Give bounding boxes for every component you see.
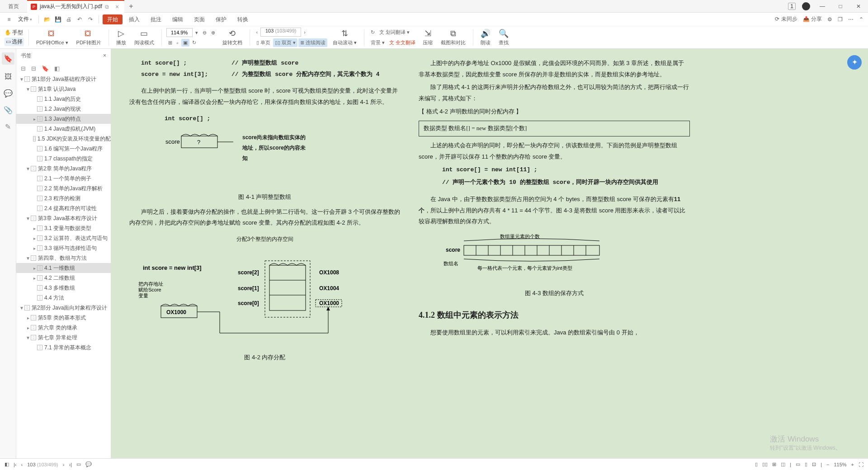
bookmark-item[interactable]: ▼▯第3章 Java基本程序设计: [16, 213, 111, 223]
sb-fit3-icon[interactable]: ⊡: [812, 461, 816, 467]
sb-last-page-icon[interactable]: ›|: [69, 462, 72, 467]
comment-panel-icon[interactable]: 💬: [4, 89, 13, 98]
read-mode[interactable]: ▭阅读模式: [132, 28, 157, 46]
zoom-out-icon[interactable]: ⊖: [201, 29, 208, 37]
document-viewport[interactable]: ✦ int score[] ;// 声明整型数组 score score = n…: [111, 49, 868, 458]
bookmark-item[interactable]: ▯2.4 提高程序的可读性: [16, 203, 111, 213]
share-button[interactable]: 📤 分享: [803, 15, 822, 23]
sb-fullscreen-icon[interactable]: ⛶: [859, 462, 863, 467]
bookmark-item[interactable]: ▯1.7 classpath的指定: [16, 154, 111, 164]
sync-status[interactable]: ⟳ 未同步: [775, 15, 797, 23]
actual-size-icon[interactable]: ▣: [181, 39, 189, 47]
tab-home[interactable]: 首页: [0, 0, 27, 13]
tab-edit[interactable]: 编辑: [168, 13, 188, 26]
attachment-panel-icon[interactable]: 📎: [4, 106, 13, 114]
fit-width-icon[interactable]: ⊞: [166, 39, 174, 47]
refresh-icon[interactable]: ↻: [369, 28, 377, 36]
bookmark-item[interactable]: ▯1.4 Java虚拟机(JVM): [16, 124, 111, 134]
thumbnail-panel-icon[interactable]: 🖼: [5, 73, 12, 81]
tab-add-button[interactable]: +: [124, 2, 137, 10]
bm-collapse-icon[interactable]: ⊟: [31, 65, 36, 72]
window-icon[interactable]: ❐: [838, 16, 843, 23]
undo-icon[interactable]: ↶: [75, 16, 84, 23]
open-icon[interactable]: 📂: [42, 16, 52, 23]
sb-page-input[interactable]: 103 (103/499): [27, 462, 58, 467]
tab-start[interactable]: 开始: [103, 14, 123, 24]
bookmark-item[interactable]: ▼▯第1章 认识Java: [16, 84, 111, 94]
sb-fit2-icon[interactable]: ▯: [805, 461, 807, 467]
bookmark-item[interactable]: ▸▯第5章 类的基本形式: [16, 313, 111, 323]
tab-close-icon[interactable]: ×: [115, 3, 119, 10]
translate-word[interactable]: 文 划词翻译 ▾: [377, 28, 411, 37]
print-icon[interactable]: 🖨: [64, 16, 73, 23]
bookmark-item[interactable]: ▯2.3 程序的检测: [16, 193, 111, 203]
bookmark-item[interactable]: ▼▯第2章 简单的Java程序: [16, 164, 111, 174]
zoom-input[interactable]: [166, 28, 193, 37]
maximize-icon[interactable]: □: [835, 3, 846, 9]
rotate-doc[interactable]: ⟲旋转文档: [220, 28, 245, 46]
sb-zoom-in-icon[interactable]: +: [851, 462, 854, 467]
minimize-icon[interactable]: —: [816, 3, 828, 9]
bookmark-item[interactable]: ▯4.3 多维数组: [16, 283, 111, 293]
tab-file[interactable]: P java从一无所知到入门.pdf ⧉ ×: [27, 0, 124, 13]
read-aloud[interactable]: 🔊朗读: [478, 28, 493, 46]
hamburger-icon[interactable]: ≡: [5, 16, 14, 23]
sb-view1-icon[interactable]: ▯: [755, 461, 758, 467]
sb-view2-icon[interactable]: ▯▯: [762, 461, 768, 467]
bookmark-item[interactable]: ▯1.6 编写第一个Java程序: [16, 144, 111, 154]
bookmark-item[interactable]: ▯2.2 简单的Java程序解析: [16, 183, 111, 193]
bookmark-item[interactable]: ▼▯第1部分 Java基础程序设计: [16, 74, 111, 84]
badge-count[interactable]: 1: [788, 3, 796, 10]
sb-zoom-value[interactable]: 115%: [834, 462, 846, 467]
redo-icon[interactable]: ↷: [86, 16, 95, 23]
bookmark-item[interactable]: ▸▯1.3 Java的特点: [16, 114, 111, 124]
prev-page-icon[interactable]: ‹: [255, 28, 260, 36]
bookmark-item[interactable]: ▯4.4 方法: [16, 293, 111, 303]
bookmark-item[interactable]: ▯7.1 异常的基本概念: [16, 343, 111, 352]
tab-annotate[interactable]: 批注: [146, 13, 166, 26]
translate-full[interactable]: 文 全文翻译: [387, 38, 417, 47]
next-page-icon[interactable]: ›: [302, 28, 307, 36]
sb-first-page-icon[interactable]: |‹: [14, 462, 17, 467]
bookmark-item[interactable]: ▸▯3.1 变量与数据类型: [16, 223, 111, 233]
screenshot-compare[interactable]: ⧉截图和对比: [438, 29, 468, 46]
tab-page[interactable]: 页面: [189, 13, 209, 26]
gear-icon[interactable]: ⚙: [827, 16, 832, 23]
select-tool[interactable]: ▭选择: [5, 38, 24, 46]
continuous-read[interactable]: ≣ 连续阅读: [298, 38, 327, 47]
fit-page-icon[interactable]: ▫: [175, 39, 180, 47]
sb-comment-icon[interactable]: 💬: [85, 461, 92, 467]
pdf-to-office[interactable]: ⛋PDF转Office ▾: [33, 29, 71, 46]
bookmark-panel-icon[interactable]: 🔖: [2, 52, 14, 65]
bookmark-item[interactable]: ▸▯3.2 运算符、表达式与语句: [16, 233, 111, 243]
bm-nav-icon[interactable]: ◧: [54, 65, 60, 72]
bookmark-item[interactable]: ▸▯4.1 一维数组: [16, 263, 111, 273]
bookmarks-close-icon[interactable]: ×: [103, 52, 106, 59]
hand-tool[interactable]: ✋手型: [5, 29, 24, 37]
bookmark-item[interactable]: ▼▯第七章 异常处理: [16, 333, 111, 343]
sb-next-page-icon[interactable]: ›: [63, 462, 65, 467]
bookmark-item[interactable]: ▯1.1 Java的历史: [16, 94, 111, 104]
zoom-dropdown[interactable]: ▾: [193, 29, 200, 37]
bookmark-item[interactable]: ▸▯3.3 循环与选择性语句: [16, 243, 111, 253]
autoscroll[interactable]: ⇅自动滚动 ▾: [330, 28, 359, 46]
double-page[interactable]: ▯▯ 双页 ▾: [273, 38, 297, 47]
bookmark-item[interactable]: ▼▯第四章、数组与方法: [16, 253, 111, 263]
avatar-icon[interactable]: [802, 2, 810, 10]
tab-pin-icon[interactable]: ⧉: [105, 4, 109, 10]
play-button[interactable]: ▷播放: [113, 28, 129, 46]
rotate-icon[interactable]: ↻: [190, 39, 198, 47]
sb-mark-icon[interactable]: ▭: [76, 461, 81, 467]
close-icon[interactable]: ✕: [853, 3, 864, 9]
bookmark-item[interactable]: ▸▯4.2 二维数组: [16, 273, 111, 283]
signature-panel-icon[interactable]: ✎: [5, 122, 11, 131]
sb-prev-page-icon[interactable]: ‹: [21, 462, 23, 467]
tab-insert[interactable]: 插入: [124, 13, 144, 26]
pdf-to-image[interactable]: ⛋PDF转图片: [74, 29, 104, 46]
file-menu[interactable]: 文件▾: [15, 15, 35, 23]
sb-zoom-out-icon[interactable]: −: [826, 462, 829, 467]
more-icon[interactable]: ⋯: [848, 16, 854, 23]
sb-view3-icon[interactable]: ⊞: [772, 461, 776, 467]
compress[interactable]: ⇲压缩: [420, 28, 435, 46]
sb-view4-icon[interactable]: ◫: [781, 461, 785, 467]
